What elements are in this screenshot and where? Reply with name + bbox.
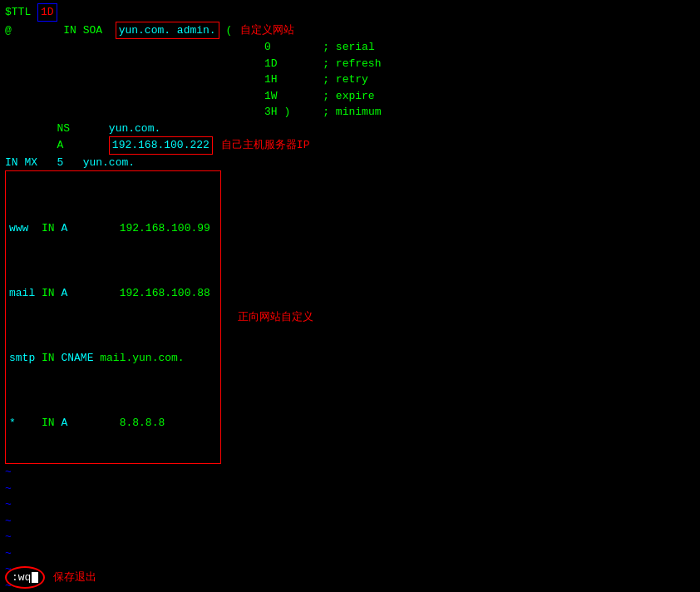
records-section: www IN A 192.168.100.99 mail IN A 192.16…	[5, 170, 695, 464]
a-label: A	[5, 137, 63, 154]
soa-origin: yun.com. admin.	[116, 22, 219, 40]
ns-label: NS	[5, 121, 70, 137]
refresh-line: 1D ; refresh	[5, 56, 695, 72]
retry-indent: 1H	[5, 72, 278, 88]
tilde-4: ~	[5, 513, 695, 530]
record-mail-value: 192.168.100.88	[93, 285, 216, 302]
record-www-name: www	[9, 220, 35, 237]
record-smtp-name: smtp	[9, 350, 35, 367]
mx-indent	[63, 155, 82, 171]
ttl-label: $TTL	[5, 4, 37, 21]
tilde-3: ~	[5, 496, 695, 513]
record-mail-class: IN	[35, 285, 61, 302]
mx-label: IN MX 5	[5, 155, 63, 171]
save-label: 保存退出	[53, 570, 96, 586]
record-wildcard-class: IN	[35, 415, 61, 432]
soa-paren: (	[219, 22, 233, 39]
serial-indent: 0	[5, 39, 271, 56]
vim-command[interactable]: :wq	[5, 566, 45, 590]
record-www: www IN A 192.168.100.99	[9, 220, 217, 237]
record-mail: mail IN A 192.168.100.88	[9, 285, 217, 302]
minimum-comment: ; minimum	[290, 104, 381, 121]
ttl-line: $TTL 1D	[5, 3, 695, 22]
expire-line: 1W ; expire	[5, 88, 695, 105]
records-annotation: 正向网站自定义	[238, 309, 313, 326]
ns-value: yun.com.	[109, 121, 160, 137]
tilde-1: ~	[5, 464, 695, 481]
soa-annotation: 自定义网站	[240, 22, 294, 39]
a-ip: 192.168.100.222	[109, 136, 213, 155]
a-line: A 192.168.100.222 自己主机服务器IP	[5, 136, 695, 155]
serial-line: 0 ; serial	[5, 39, 695, 56]
record-wildcard-value: 8.8.8.8	[93, 415, 216, 432]
soa-line: @ IN SOA yun.com. admin. ( 自定义网站	[5, 22, 695, 40]
refresh-comment: ; refresh	[278, 56, 382, 72]
record-wildcard: * IN A 8.8.8.8	[9, 415, 217, 432]
record-mail-type: A	[61, 285, 93, 302]
status-line: :wq 保存退出	[0, 563, 700, 593]
mx-line: IN MX 5 yun.com.	[5, 155, 695, 171]
a-indent	[63, 137, 109, 154]
tilde-2: ~	[5, 481, 695, 497]
minimum-indent: 3H )	[5, 104, 290, 121]
record-www-class: IN	[35, 220, 61, 237]
terminal: $TTL 1D @ IN SOA yun.com. admin. ( 自定义网站…	[0, 0, 700, 592]
ns-indent	[70, 121, 109, 137]
record-www-type: A	[61, 220, 93, 237]
record-smtp-class: IN	[35, 350, 61, 367]
record-smtp-type: CNAME	[61, 350, 93, 367]
expire-indent: 1W	[5, 88, 278, 105]
mx-value: yun.com.	[83, 155, 135, 171]
serial-comment: ; serial	[271, 39, 375, 56]
record-www-value: 192.168.100.99	[93, 220, 216, 237]
refresh-indent: 1D	[5, 56, 278, 72]
soa-class: IN SOA	[12, 22, 116, 39]
ns-line: NS yun.com.	[5, 121, 695, 137]
record-wildcard-name: *	[9, 415, 35, 432]
tilde-6: ~	[5, 545, 695, 562]
record-smtp-value: mail.yun.com.	[93, 350, 197, 367]
record-smtp: smtp IN CNAME mail.yun.com.	[9, 350, 217, 367]
a-annotation: 自己主机服务器IP	[221, 137, 310, 154]
records-box: www IN A 192.168.100.99 mail IN A 192.16…	[5, 170, 221, 464]
ttl-value: 1D	[37, 3, 57, 22]
record-mail-name: mail	[9, 285, 35, 302]
retry-comment: ; retry	[278, 72, 368, 88]
soa-at: @	[5, 22, 12, 39]
retry-line: 1H ; retry	[5, 72, 695, 88]
record-wildcard-type: A	[61, 415, 93, 432]
expire-comment: ; expire	[278, 88, 375, 105]
tilde-5: ~	[5, 529, 695, 545]
minimum-line: 3H ) ; minimum	[5, 104, 695, 121]
